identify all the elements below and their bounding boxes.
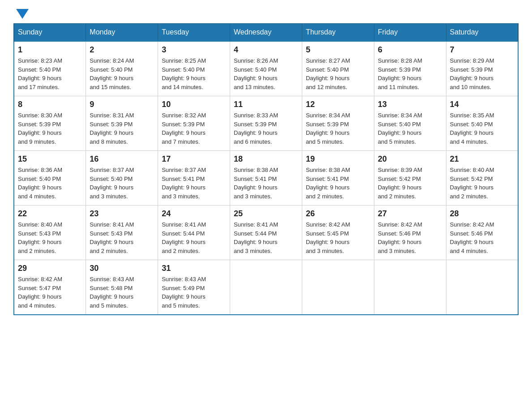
day-number: 16 [90,154,154,164]
day-number: 15 [18,154,82,164]
calendar-week-row: 15 Sunrise: 8:36 AMSunset: 5:40 PMDaylig… [14,151,518,206]
day-info: Sunrise: 8:35 AMSunset: 5:40 PMDaylight:… [450,112,494,145]
day-info: Sunrise: 8:41 AMSunset: 5:43 PMDaylight:… [90,221,134,254]
day-info: Sunrise: 8:26 AMSunset: 5:40 PMDaylight:… [234,57,278,90]
calendar-cell: 7 Sunrise: 8:29 AMSunset: 5:39 PMDayligh… [446,41,518,96]
calendar-cell: 28 Sunrise: 8:42 AMSunset: 5:46 PMDaylig… [446,206,518,260]
calendar-table: SundayMondayTuesdayWednesdayThursdayFrid… [13,23,519,315]
day-number: 27 [378,209,442,218]
calendar-cell: 3 Sunrise: 8:25 AMSunset: 5:40 PMDayligh… [158,41,230,96]
calendar-cell: 6 Sunrise: 8:28 AMSunset: 5:39 PMDayligh… [374,41,446,96]
calendar-cell [230,260,302,315]
day-number: 22 [18,209,82,218]
day-number: 4 [234,45,298,55]
day-number: 11 [234,100,298,109]
calendar-cell: 14 Sunrise: 8:35 AMSunset: 5:40 PMDaylig… [446,96,518,151]
calendar-cell: 16 Sunrise: 8:37 AMSunset: 5:40 PMDaylig… [86,151,158,206]
day-number: 12 [306,100,370,109]
calendar-cell: 2 Sunrise: 8:24 AMSunset: 5:40 PMDayligh… [86,41,158,96]
day-number: 29 [18,264,82,273]
calendar-cell: 29 Sunrise: 8:42 AMSunset: 5:47 PMDaylig… [14,260,86,315]
calendar-cell: 25 Sunrise: 8:41 AMSunset: 5:44 PMDaylig… [230,206,302,260]
day-info: Sunrise: 8:31 AMSunset: 5:39 PMDaylight:… [90,112,134,145]
calendar-cell: 9 Sunrise: 8:31 AMSunset: 5:39 PMDayligh… [86,96,158,151]
calendar-cell [374,260,446,315]
calendar-cell: 8 Sunrise: 8:30 AMSunset: 5:39 PMDayligh… [14,96,86,151]
calendar-header-saturday: Saturday [446,24,518,42]
day-info: Sunrise: 8:30 AMSunset: 5:39 PMDaylight:… [18,112,62,145]
calendar-week-row: 1 Sunrise: 8:23 AMSunset: 5:40 PMDayligh… [14,41,518,96]
day-number: 3 [162,45,226,55]
day-info: Sunrise: 8:28 AMSunset: 5:39 PMDaylight:… [378,57,422,90]
day-number: 2 [90,45,154,55]
calendar-cell: 18 Sunrise: 8:38 AMSunset: 5:41 PMDaylig… [230,151,302,206]
day-number: 25 [234,209,298,218]
day-number: 21 [450,154,514,164]
day-info: Sunrise: 8:41 AMSunset: 5:44 PMDaylight:… [162,221,206,254]
calendar-header-thursday: Thursday [302,24,374,42]
calendar-cell: 30 Sunrise: 8:43 AMSunset: 5:48 PMDaylig… [86,260,158,315]
calendar-cell: 5 Sunrise: 8:27 AMSunset: 5:40 PMDayligh… [302,41,374,96]
day-info: Sunrise: 8:25 AMSunset: 5:40 PMDaylight:… [162,57,206,90]
day-info: Sunrise: 8:39 AMSunset: 5:42 PMDaylight:… [378,167,422,200]
calendar-cell: 21 Sunrise: 8:40 AMSunset: 5:42 PMDaylig… [446,151,518,206]
calendar-header-row: SundayMondayTuesdayWednesdayThursdayFrid… [14,24,518,42]
calendar-cell [446,260,518,315]
day-info: Sunrise: 8:32 AMSunset: 5:39 PMDaylight:… [162,112,206,145]
day-number: 13 [378,100,442,109]
day-info: Sunrise: 8:34 AMSunset: 5:39 PMDaylight:… [306,112,350,145]
day-number: 7 [450,45,514,55]
calendar-cell: 13 Sunrise: 8:34 AMSunset: 5:40 PMDaylig… [374,96,446,151]
calendar-cell: 15 Sunrise: 8:36 AMSunset: 5:40 PMDaylig… [14,151,86,206]
calendar-week-row: 22 Sunrise: 8:40 AMSunset: 5:43 PMDaylig… [14,206,518,260]
calendar-cell: 22 Sunrise: 8:40 AMSunset: 5:43 PMDaylig… [14,206,86,260]
day-number: 24 [162,209,226,218]
calendar-cell: 31 Sunrise: 8:43 AMSunset: 5:49 PMDaylig… [158,260,230,315]
calendar-cell: 10 Sunrise: 8:32 AMSunset: 5:39 PMDaylig… [158,96,230,151]
calendar-header-monday: Monday [86,24,158,42]
day-info: Sunrise: 8:43 AMSunset: 5:49 PMDaylight:… [162,276,206,309]
day-number: 20 [378,154,442,164]
calendar-cell: 27 Sunrise: 8:42 AMSunset: 5:46 PMDaylig… [374,206,446,260]
calendar-cell: 23 Sunrise: 8:41 AMSunset: 5:43 PMDaylig… [86,206,158,260]
day-number: 30 [90,264,154,273]
calendar-week-row: 29 Sunrise: 8:42 AMSunset: 5:47 PMDaylig… [14,260,518,315]
day-info: Sunrise: 8:37 AMSunset: 5:40 PMDaylight:… [90,167,134,200]
calendar-cell [302,260,374,315]
calendar-cell: 26 Sunrise: 8:42 AMSunset: 5:45 PMDaylig… [302,206,374,260]
logo [13,9,29,19]
calendar-week-row: 8 Sunrise: 8:30 AMSunset: 5:39 PMDayligh… [14,96,518,151]
day-number: 10 [162,100,226,109]
calendar-header-wednesday: Wednesday [230,24,302,42]
day-number: 1 [18,45,82,55]
calendar-cell: 4 Sunrise: 8:26 AMSunset: 5:40 PMDayligh… [230,41,302,96]
day-number: 6 [378,45,442,55]
day-info: Sunrise: 8:42 AMSunset: 5:46 PMDaylight:… [450,221,494,254]
day-number: 17 [162,154,226,164]
day-info: Sunrise: 8:23 AMSunset: 5:40 PMDaylight:… [18,57,62,90]
day-number: 28 [450,209,514,218]
day-info: Sunrise: 8:37 AMSunset: 5:41 PMDaylight:… [162,167,206,200]
calendar-cell: 24 Sunrise: 8:41 AMSunset: 5:44 PMDaylig… [158,206,230,260]
day-info: Sunrise: 8:43 AMSunset: 5:48 PMDaylight:… [90,276,134,309]
calendar-header-friday: Friday [374,24,446,42]
logo-triangle-icon [16,9,29,19]
day-number: 8 [18,100,82,109]
logo-blue-text [13,9,29,19]
day-info: Sunrise: 8:40 AMSunset: 5:42 PMDaylight:… [450,167,494,200]
calendar-cell: 17 Sunrise: 8:37 AMSunset: 5:41 PMDaylig… [158,151,230,206]
day-number: 18 [234,154,298,164]
day-number: 14 [450,100,514,109]
header [13,9,519,19]
day-info: Sunrise: 8:42 AMSunset: 5:45 PMDaylight:… [306,221,350,254]
day-number: 26 [306,209,370,218]
calendar-header-sunday: Sunday [14,24,86,42]
day-info: Sunrise: 8:41 AMSunset: 5:44 PMDaylight:… [234,221,278,254]
day-info: Sunrise: 8:34 AMSunset: 5:40 PMDaylight:… [378,112,422,145]
day-number: 5 [306,45,370,55]
day-info: Sunrise: 8:24 AMSunset: 5:40 PMDaylight:… [90,57,134,90]
day-info: Sunrise: 8:42 AMSunset: 5:46 PMDaylight:… [378,221,422,254]
day-info: Sunrise: 8:40 AMSunset: 5:43 PMDaylight:… [18,221,62,254]
day-info: Sunrise: 8:33 AMSunset: 5:39 PMDaylight:… [234,112,278,145]
day-number: 23 [90,209,154,218]
